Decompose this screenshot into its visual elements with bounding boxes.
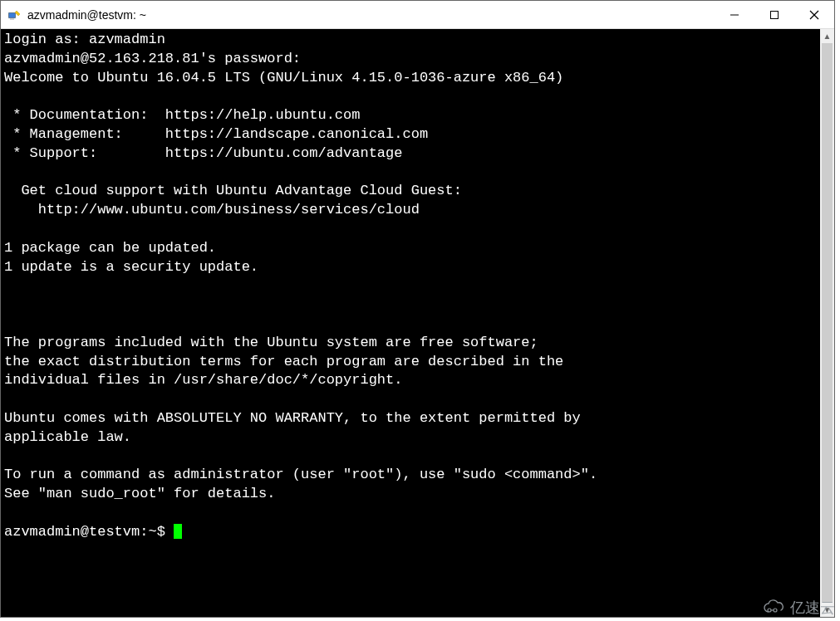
scrollbar[interactable]: ▲ ▼	[820, 29, 834, 617]
terminal-line: Get cloud support with Ubuntu Advantage …	[4, 183, 462, 198]
shell-prompt: azvmadmin@testvm:~$	[4, 524, 174, 540]
scroll-down-icon[interactable]: ▼	[820, 603, 834, 617]
terminal-area: login as: azvmadmin azvmadmin@52.163.218…	[1, 29, 834, 617]
terminal-line: * Management: https://landscape.canonica…	[4, 126, 428, 142]
terminal-line: login as: azvmadmin	[4, 32, 165, 47]
terminal[interactable]: login as: azvmadmin azvmadmin@52.163.218…	[1, 29, 820, 617]
terminal-line: To run a command as administrator (user …	[4, 467, 597, 482]
close-button[interactable]	[794, 1, 834, 28]
svg-rect-1	[9, 13, 15, 17]
terminal-line: See "man sudo_root" for details.	[4, 486, 275, 501]
terminal-line: 1 package can be updated.	[4, 240, 216, 256]
minimize-button[interactable]	[715, 1, 754, 28]
terminal-line: applicable law.	[4, 429, 131, 445]
terminal-line: Ubuntu comes with ABSOLUTELY NO WARRANTY…	[4, 410, 581, 426]
window-title: azvmadmin@testvm: ~	[27, 8, 146, 22]
svg-rect-2	[10, 18, 14, 20]
putty-icon	[7, 8, 21, 22]
titlebar-left: azvmadmin@testvm: ~	[1, 8, 715, 22]
titlebar[interactable]: azvmadmin@testvm: ~	[1, 1, 834, 29]
scroll-track[interactable]	[820, 43, 834, 603]
terminal-line: individual files in /usr/share/doc/*/cop…	[4, 372, 402, 388]
terminal-line: the exact distribution terms for each pr…	[4, 354, 563, 369]
app-window: azvmadmin@testvm: ~ login as: azvmadmin …	[0, 0, 835, 618]
scroll-up-icon[interactable]: ▲	[820, 29, 834, 43]
maximize-button[interactable]	[754, 1, 794, 28]
svg-rect-4	[771, 11, 779, 18]
scroll-thumb[interactable]	[822, 43, 833, 603]
terminal-line: The programs included with the Ubuntu sy…	[4, 335, 538, 350]
terminal-line: azvmadmin@52.163.218.81's password:	[4, 51, 301, 66]
terminal-line: 1 update is a security update.	[4, 259, 258, 275]
terminal-line: * Support: https://ubuntu.com/advantage	[4, 145, 402, 161]
terminal-line: Welcome to Ubuntu 16.04.5 LTS (GNU/Linux…	[4, 70, 563, 86]
cursor-icon	[174, 524, 182, 539]
terminal-line: * Documentation: https://help.ubuntu.com	[4, 107, 360, 123]
window-controls	[715, 1, 834, 28]
terminal-line: http://www.ubuntu.com/business/services/…	[4, 202, 420, 218]
